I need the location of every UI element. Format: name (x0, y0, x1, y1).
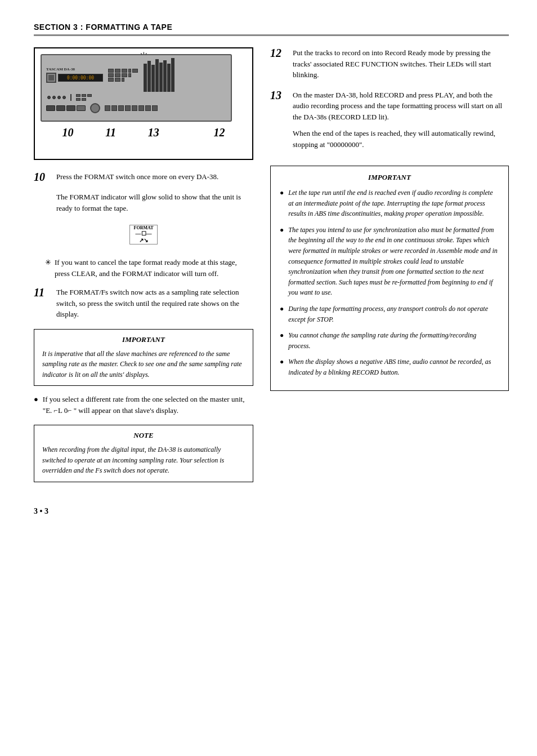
imp-bullet-dot-1: ● (280, 188, 284, 219)
page-footer: 3 • 3 (34, 507, 509, 516)
step-13: 13 On the master DA-38, hold RECORD and … (270, 90, 509, 157)
step-12-text: Put the tracks to record on into Record … (293, 47, 509, 81)
note-text: When recording from the digital input, t… (42, 444, 245, 476)
important-title-left: IMPORTANT (42, 335, 245, 344)
important-box-right: IMPORTANT ● Let the tape run until the e… (270, 166, 509, 391)
level-meters (144, 58, 174, 92)
step-11-text: The FORMAT/Fs switch now acts as a sampl… (56, 287, 253, 320)
step-10-text: Press the FORMAT switch once more on eve… (56, 171, 253, 183)
imp-bullet-text-4: You cannot change the sampling rate duri… (288, 330, 499, 351)
imp-bullet-1: ● Let the tape run until the end is reac… (280, 188, 499, 219)
device-labels: 10 11 13 12 (41, 122, 247, 139)
da38-top-section: TASCAM DA-38 0:00:00:00 (46, 58, 226, 92)
imp-bullet-4: ● You cannot change the sampling rate du… (280, 330, 499, 351)
step-13-sub: When the end of the tapes is reached, th… (293, 128, 509, 150)
label-11: 11 (105, 126, 116, 139)
bullet-dot-left: ● (34, 394, 38, 416)
step-10: 10 Press the FORMAT switch once more on … (34, 171, 253, 183)
asterisk-text: If you want to cancel the tape format re… (55, 257, 253, 279)
format-indicator: FORMAT —☐— ↗↘ (129, 225, 158, 244)
imp-bullet-dot-2: ● (280, 225, 284, 298)
imp-bullet-text-2: The tapes you intend to use for synchron… (288, 225, 499, 298)
asterisk-note: ✳ If you want to cancel the tape format … (45, 257, 253, 279)
imp-bullet-2: ● The tapes you intend to use for synchr… (280, 225, 499, 298)
note-box: NOTE When recording from the digital inp… (34, 425, 253, 482)
imp-bullet-dot-4: ● (280, 330, 284, 351)
note-title: NOTE (42, 431, 245, 440)
important-box-left: IMPORTANT It is imperative that all the … (34, 329, 253, 386)
imp-bullet-dot-3: ● (280, 304, 284, 324)
asterisk-symbol: ✳ (45, 257, 51, 279)
label-10: 10 (62, 126, 73, 139)
page-number: 3 • 3 (34, 507, 48, 515)
imp-bullet-text-5: When the display shows a negative ABS ti… (288, 357, 499, 377)
section-title: SECTION 3 : FORMATTING A TAPE (34, 23, 172, 32)
step-11-num: 11 (34, 287, 51, 298)
step-12-num: 12 (270, 47, 287, 59)
label-12: 12 (214, 126, 225, 139)
left-column: ✳ TASCAM DA-38 0: (34, 47, 253, 490)
step-13-text: On the master DA-38, hold RECORD and pre… (293, 90, 509, 123)
important-text-left: It is imperative that all the slave mach… (42, 349, 245, 380)
step-10-num: 10 (34, 171, 51, 183)
imp-bullet-5: ● When the display shows a negative ABS … (280, 357, 499, 377)
imp-bullet-text-3: During the tape formatting process, any … (288, 304, 499, 324)
bullet-item-left: ● If you select a different rate from th… (34, 394, 253, 416)
imp-bullet-text-1: Let the tape run until the end is reache… (288, 188, 499, 219)
step-12: 12 Put the tracks to record on into Reco… (270, 47, 509, 81)
step-11: 11 The FORMAT/Fs switch now acts as a sa… (34, 287, 253, 320)
section-header: SECTION 3 : FORMATTING A TAPE (34, 23, 509, 36)
da38-device: TASCAM DA-38 0:00:00:00 (41, 54, 232, 122)
bullet-text-left: If you select a different rate from the … (43, 394, 253, 416)
step-13-num: 13 (270, 90, 287, 101)
imp-bullet-3: ● During the tape formatting process, an… (280, 304, 499, 324)
device-illustration: ✳ TASCAM DA-38 0: (34, 47, 253, 160)
step-10-sub: The FORMAT indicator will glow solid to … (56, 192, 253, 214)
important-title-right: IMPORTANT (280, 173, 499, 182)
main-layout: ✳ TASCAM DA-38 0: (34, 47, 509, 490)
imp-bullet-dot-5: ● (280, 357, 284, 377)
label-13: 13 (148, 126, 159, 139)
right-column: 12 Put the tracks to record on into Reco… (270, 47, 509, 490)
